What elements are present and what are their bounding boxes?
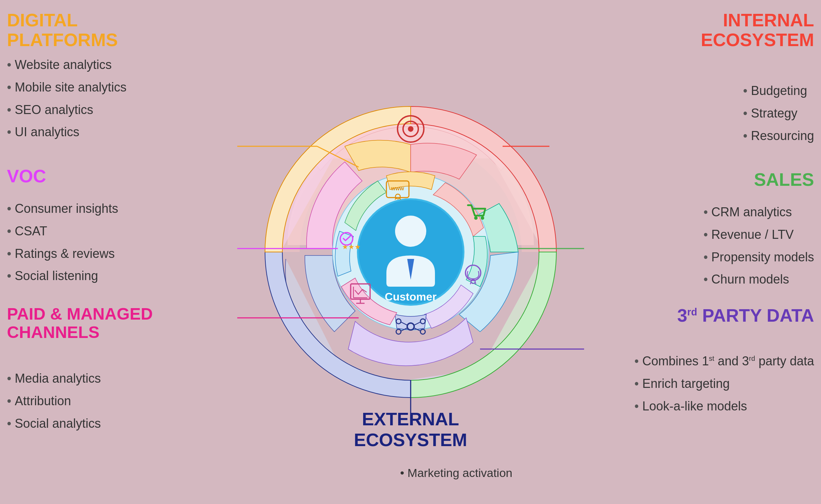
sales-item-1: CRM analytics bbox=[703, 201, 814, 224]
list-internal-ecosystem: Budgeting Strategy Resourcing bbox=[743, 80, 814, 147]
label-party-data: 3rd PARTY DATA bbox=[677, 305, 814, 326]
paid-item-1: Media analytics bbox=[7, 367, 101, 390]
page-container: DIGITALPLATFORMS Website analytics Mobil… bbox=[0, 0, 821, 504]
svg-text:★★★: ★★★ bbox=[342, 243, 361, 251]
internal-item-3: Resourcing bbox=[743, 125, 814, 147]
voc-item-3: Ratings & reviews bbox=[7, 243, 118, 265]
svg-point-16 bbox=[474, 216, 478, 220]
label-sales: SALES bbox=[754, 170, 814, 190]
sales-item-3: Propensity models bbox=[703, 246, 814, 269]
list-digital-platforms: Website analytics Mobile site analytics … bbox=[7, 54, 127, 144]
svg-text:Customer: Customer bbox=[385, 290, 436, 303]
svg-point-5 bbox=[395, 216, 426, 247]
internal-item-1: Budgeting bbox=[743, 80, 814, 102]
digital-item-4: UI analytics bbox=[7, 121, 127, 144]
list-sales: CRM analytics Revenue / LTV Propensity m… bbox=[703, 201, 814, 291]
sales-item-2: Revenue / LTV bbox=[703, 224, 814, 246]
voc-item-4: Social listening bbox=[7, 265, 118, 287]
voc-item-1: Consumer insights bbox=[7, 198, 118, 220]
svg-text:$: $ bbox=[409, 125, 412, 133]
list-external-ecosystem: • Marketing activation bbox=[400, 466, 513, 480]
party-item-2: Enrich targeting bbox=[634, 373, 814, 395]
main-diagram-svg: Customer $ www bbox=[237, 79, 584, 425]
external-item-1: • Marketing activation bbox=[400, 466, 513, 480]
internal-item-2: Strategy bbox=[743, 102, 814, 125]
svg-point-26 bbox=[396, 329, 401, 334]
digital-item-1: Website analytics bbox=[7, 54, 127, 76]
list-voc: Consumer insights CSAT Ratings & reviews… bbox=[7, 198, 118, 287]
digital-item-3: SEO analytics bbox=[7, 99, 127, 121]
svg-point-25 bbox=[420, 329, 425, 334]
svg-point-17 bbox=[481, 216, 484, 220]
party-item-1: Combines 1st and 3rd party data bbox=[634, 350, 814, 373]
party-item-3: Look-a-like models bbox=[634, 395, 814, 418]
diagram-container: Customer $ www bbox=[237, 79, 584, 425]
label-paid-managed: PAID & MANAGEDCHANNELS bbox=[7, 305, 153, 342]
list-paid-managed: Media analytics Attribution Social analy… bbox=[7, 367, 101, 435]
svg-text:www: www bbox=[391, 185, 404, 191]
label-voc: VOC bbox=[7, 166, 46, 186]
voc-item-2: CSAT bbox=[7, 220, 118, 243]
sales-item-4: Churn models bbox=[703, 268, 814, 291]
paid-item-3: Social analytics bbox=[7, 412, 101, 435]
label-digital-platforms: DIGITALPLATFORMS bbox=[7, 10, 118, 50]
digital-item-2: Mobile site analytics bbox=[7, 76, 127, 99]
list-party-data: Combines 1st and 3rd party data Enrich t… bbox=[634, 350, 814, 417]
label-internal-ecosystem: INTERNALECOSYSTEM bbox=[701, 10, 814, 50]
paid-item-2: Attribution bbox=[7, 390, 101, 412]
